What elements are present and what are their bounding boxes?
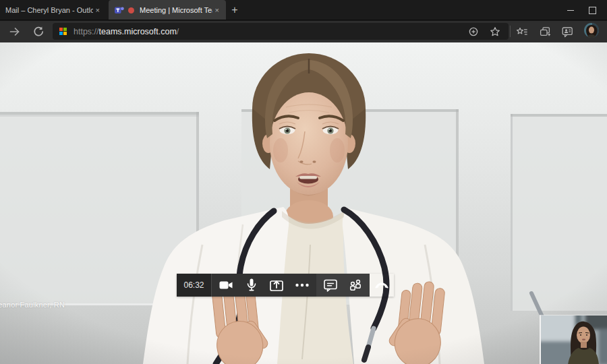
microsoft-logo-icon bbox=[59, 28, 67, 35]
favorite-star-icon bbox=[490, 26, 500, 37]
profile-avatar[interactable] bbox=[584, 23, 599, 38]
teams-logo-icon bbox=[115, 5, 124, 15]
participant-name-label: Eleanor Faulkner, RN bbox=[0, 301, 65, 309]
tab-close-icon[interactable]: × bbox=[93, 0, 103, 20]
tab-teams-title: Meeting | Microsoft Teams bbox=[140, 6, 212, 14]
browser-window: Mail – Cheryl Bryan - Outlook × Meeting … bbox=[0, 0, 607, 364]
site-info-button[interactable] bbox=[467, 25, 480, 38]
maximize-icon bbox=[589, 7, 596, 14]
window-minimize-button[interactable] bbox=[560, 0, 581, 20]
url-scheme: https:// bbox=[74, 27, 99, 36]
share-screen-button[interactable] bbox=[265, 274, 288, 297]
microphone-button[interactable] bbox=[240, 274, 263, 297]
participants-button[interactable] bbox=[344, 274, 367, 297]
hang-up-button[interactable] bbox=[370, 274, 394, 297]
collections-button[interactable] bbox=[538, 25, 552, 38]
favorites-bar-icon bbox=[516, 26, 528, 38]
tab-teams-meeting[interactable]: Meeting | Microsoft Teams × bbox=[109, 0, 226, 20]
self-view-thumbnail[interactable] bbox=[540, 315, 607, 364]
remote-video bbox=[0, 42, 607, 364]
call-timer: 06:32 bbox=[177, 274, 211, 297]
chat-icon bbox=[324, 279, 337, 292]
toolbar-side-group bbox=[316, 274, 370, 297]
hang-up-icon bbox=[374, 282, 389, 289]
refresh-icon bbox=[32, 26, 45, 38]
tab-bar: Mail – Cheryl Bryan - Outlook × Meeting … bbox=[0, 0, 607, 20]
more-options-icon bbox=[295, 279, 310, 291]
site-info-icon bbox=[468, 26, 479, 37]
url-host: teams.microsoft.com bbox=[99, 27, 177, 36]
tab-outlook[interactable]: Mail – Cheryl Bryan - Outlook × bbox=[0, 0, 107, 20]
toolbar-divider bbox=[510, 26, 511, 37]
share-screen-icon bbox=[270, 279, 283, 291]
remote-video-stage: Eleanor Faulkner, RN 06:32 bbox=[0, 42, 607, 364]
window-maximize-button[interactable] bbox=[581, 0, 603, 20]
call-timer-text: 06:32 bbox=[183, 280, 204, 290]
url-text: https://teams.microsoft.com/ bbox=[74, 27, 179, 36]
profile-avatar-photo bbox=[584, 23, 599, 38]
participants-icon bbox=[349, 279, 362, 291]
collections-icon bbox=[539, 26, 551, 38]
feedback-icon bbox=[561, 26, 573, 38]
favorites-button[interactable] bbox=[515, 25, 529, 38]
refresh-button[interactable] bbox=[32, 25, 45, 38]
chat-button[interactable] bbox=[319, 274, 342, 297]
more-options-button[interactable] bbox=[291, 274, 314, 297]
navigation-bar: https://teams.microsoft.com/ bbox=[0, 20, 607, 42]
camera-button[interactable] bbox=[214, 274, 237, 297]
address-bar[interactable]: https://teams.microsoft.com/ bbox=[53, 23, 509, 40]
meeting-toolbar: 06:32 bbox=[177, 274, 394, 297]
forward-arrow-icon bbox=[9, 26, 21, 38]
add-favorite-button[interactable] bbox=[488, 25, 502, 38]
camera-icon bbox=[219, 280, 233, 291]
url-path: / bbox=[177, 27, 179, 36]
forward-button[interactable] bbox=[8, 25, 22, 38]
feedback-button[interactable] bbox=[560, 25, 574, 38]
tab-close-icon[interactable]: × bbox=[212, 0, 222, 20]
new-tab-button[interactable]: + bbox=[229, 2, 241, 18]
self-video bbox=[541, 315, 607, 364]
toolbar-main-group bbox=[212, 274, 316, 297]
minimize-icon bbox=[567, 10, 574, 11]
tab-outlook-title: Mail – Cheryl Bryan - Outlook bbox=[5, 6, 93, 14]
recording-indicator-icon bbox=[128, 7, 134, 13]
microphone-icon bbox=[247, 278, 256, 292]
